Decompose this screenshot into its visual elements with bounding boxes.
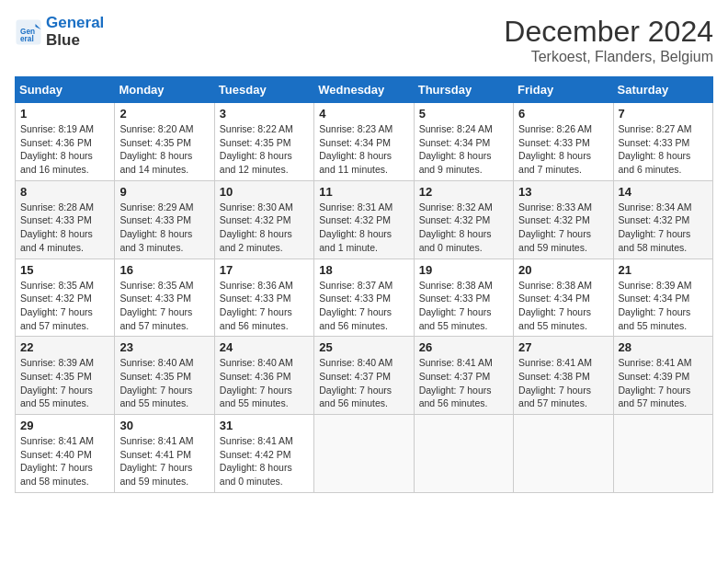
day-info: Sunrise: 8:19 AM Sunset: 4:36 PM Dayligh… <box>20 122 109 177</box>
calendar-week-row: 8 Sunrise: 8:28 AM Sunset: 4:33 PM Dayli… <box>16 180 713 259</box>
page-header: Gen eral General Blue December 2024 Terk… <box>15 15 713 65</box>
calendar-day-header: Saturday <box>613 77 712 103</box>
calendar-cell: 1 Sunrise: 8:19 AM Sunset: 4:36 PM Dayli… <box>16 103 115 181</box>
calendar-day-header: Tuesday <box>214 77 313 103</box>
day-number: 10 <box>220 185 309 199</box>
calendar-week-row: 29 Sunrise: 8:41 AM Sunset: 4:40 PM Dayl… <box>16 415 713 493</box>
day-info: Sunrise: 8:22 AM Sunset: 4:35 PM Dayligh… <box>220 122 309 177</box>
day-info: Sunrise: 8:38 AM Sunset: 4:34 PM Dayligh… <box>518 279 608 333</box>
calendar-cell: 31 Sunrise: 8:41 AM Sunset: 4:42 PM Dayl… <box>214 415 313 493</box>
day-info: Sunrise: 8:32 AM Sunset: 4:32 PM Dayligh… <box>419 201 508 255</box>
svg-text:eral: eral <box>20 34 34 42</box>
day-info: Sunrise: 8:34 AM Sunset: 4:32 PM Dayligh… <box>619 201 708 255</box>
day-number: 27 <box>518 340 608 354</box>
calendar-cell: 2 Sunrise: 8:20 AM Sunset: 4:35 PM Dayli… <box>115 103 214 181</box>
day-info: Sunrise: 8:26 AM Sunset: 4:33 PM Dayligh… <box>518 122 608 177</box>
calendar-cell: 24 Sunrise: 8:40 AM Sunset: 4:36 PM Dayl… <box>214 337 313 415</box>
calendar-cell: 8 Sunrise: 8:28 AM Sunset: 4:33 PM Dayli… <box>16 180 115 259</box>
day-info: Sunrise: 8:39 AM Sunset: 4:35 PM Dayligh… <box>20 356 109 410</box>
calendar-cell: 10 Sunrise: 8:30 AM Sunset: 4:32 PM Dayl… <box>214 180 313 259</box>
day-number: 3 <box>220 107 309 121</box>
day-number: 18 <box>319 263 408 277</box>
day-info: Sunrise: 8:38 AM Sunset: 4:33 PM Dayligh… <box>419 279 508 333</box>
calendar-header-row: SundayMondayTuesdayWednesdayThursdayFrid… <box>16 77 713 103</box>
day-number: 7 <box>619 107 708 121</box>
calendar-cell: 18 Sunrise: 8:37 AM Sunset: 4:33 PM Dayl… <box>314 259 414 337</box>
calendar-cell: 22 Sunrise: 8:39 AM Sunset: 4:35 PM Dayl… <box>16 337 115 415</box>
day-number: 2 <box>119 107 209 121</box>
day-number: 31 <box>220 419 309 432</box>
day-number: 1 <box>20 107 109 121</box>
day-number: 6 <box>518 107 608 121</box>
day-number: 9 <box>119 185 209 199</box>
day-number: 11 <box>319 185 408 199</box>
calendar-cell: 4 Sunrise: 8:23 AM Sunset: 4:34 PM Dayli… <box>314 103 414 181</box>
day-number: 15 <box>20 263 109 277</box>
day-info: Sunrise: 8:28 AM Sunset: 4:33 PM Dayligh… <box>20 201 109 255</box>
day-info: Sunrise: 8:41 AM Sunset: 4:38 PM Dayligh… <box>518 356 608 410</box>
day-info: Sunrise: 8:41 AM Sunset: 4:37 PM Dayligh… <box>419 356 508 410</box>
calendar-cell: 9 Sunrise: 8:29 AM Sunset: 4:33 PM Dayli… <box>115 180 214 259</box>
calendar-cell: 16 Sunrise: 8:35 AM Sunset: 4:33 PM Dayl… <box>115 259 214 337</box>
calendar-cell: 28 Sunrise: 8:41 AM Sunset: 4:39 PM Dayl… <box>613 337 712 415</box>
calendar-cell: 23 Sunrise: 8:40 AM Sunset: 4:35 PM Dayl… <box>115 337 214 415</box>
day-info: Sunrise: 8:40 AM Sunset: 4:37 PM Dayligh… <box>319 356 408 410</box>
day-info: Sunrise: 8:24 AM Sunset: 4:34 PM Dayligh… <box>419 122 508 177</box>
calendar-day-header: Sunday <box>16 77 115 103</box>
day-info: Sunrise: 8:41 AM Sunset: 4:39 PM Dayligh… <box>619 356 708 410</box>
day-info: Sunrise: 8:35 AM Sunset: 4:33 PM Dayligh… <box>119 279 209 333</box>
calendar-cell: 15 Sunrise: 8:35 AM Sunset: 4:32 PM Dayl… <box>16 259 115 337</box>
day-number: 23 <box>119 340 209 354</box>
calendar-day-header: Friday <box>514 77 613 103</box>
logo: Gen eral General Blue <box>15 15 104 49</box>
calendar-cell: 21 Sunrise: 8:39 AM Sunset: 4:34 PM Dayl… <box>613 259 712 337</box>
day-info: Sunrise: 8:35 AM Sunset: 4:32 PM Dayligh… <box>20 279 109 333</box>
calendar-cell: 3 Sunrise: 8:22 AM Sunset: 4:35 PM Dayli… <box>214 103 313 181</box>
day-number: 29 <box>20 419 109 432</box>
calendar-cell: 14 Sunrise: 8:34 AM Sunset: 4:32 PM Dayl… <box>613 180 712 259</box>
calendar-cell: 12 Sunrise: 8:32 AM Sunset: 4:32 PM Dayl… <box>414 180 513 259</box>
calendar-week-row: 1 Sunrise: 8:19 AM Sunset: 4:36 PM Dayli… <box>16 103 713 181</box>
calendar-cell: 29 Sunrise: 8:41 AM Sunset: 4:40 PM Dayl… <box>16 415 115 493</box>
calendar-cell <box>314 415 414 493</box>
calendar-cell: 5 Sunrise: 8:24 AM Sunset: 4:34 PM Dayli… <box>414 103 513 181</box>
location-title: Terkoest, Flanders, Belgium <box>504 49 713 65</box>
day-info: Sunrise: 8:29 AM Sunset: 4:33 PM Dayligh… <box>119 201 209 255</box>
day-number: 19 <box>419 263 508 277</box>
day-info: Sunrise: 8:40 AM Sunset: 4:36 PM Dayligh… <box>220 356 309 410</box>
logo-icon: Gen eral <box>15 18 42 46</box>
day-number: 30 <box>119 419 209 432</box>
title-block: December 2024 Terkoest, Flanders, Belgiu… <box>504 15 713 65</box>
day-info: Sunrise: 8:31 AM Sunset: 4:32 PM Dayligh… <box>319 201 408 255</box>
day-info: Sunrise: 8:41 AM Sunset: 4:42 PM Dayligh… <box>220 434 309 488</box>
calendar-cell: 13 Sunrise: 8:33 AM Sunset: 4:32 PM Dayl… <box>514 180 613 259</box>
calendar-cell: 20 Sunrise: 8:38 AM Sunset: 4:34 PM Dayl… <box>514 259 613 337</box>
day-number: 14 <box>619 185 708 199</box>
calendar-cell: 11 Sunrise: 8:31 AM Sunset: 4:32 PM Dayl… <box>314 180 414 259</box>
logo-line2: Blue <box>46 32 104 50</box>
day-number: 25 <box>319 340 408 354</box>
calendar-cell: 26 Sunrise: 8:41 AM Sunset: 4:37 PM Dayl… <box>414 337 513 415</box>
day-number: 22 <box>20 340 109 354</box>
day-number: 5 <box>419 107 508 121</box>
day-info: Sunrise: 8:39 AM Sunset: 4:34 PM Dayligh… <box>619 279 708 333</box>
day-info: Sunrise: 8:20 AM Sunset: 4:35 PM Dayligh… <box>119 122 209 177</box>
day-number: 21 <box>619 263 708 277</box>
calendar-week-row: 15 Sunrise: 8:35 AM Sunset: 4:32 PM Dayl… <box>16 259 713 337</box>
day-number: 12 <box>419 185 508 199</box>
calendar-day-header: Monday <box>115 77 214 103</box>
calendar-cell: 6 Sunrise: 8:26 AM Sunset: 4:33 PM Dayli… <box>514 103 613 181</box>
logo-line1: General <box>46 15 104 32</box>
day-info: Sunrise: 8:23 AM Sunset: 4:34 PM Dayligh… <box>319 122 408 177</box>
calendar-cell <box>613 415 712 493</box>
calendar-week-row: 22 Sunrise: 8:39 AM Sunset: 4:35 PM Dayl… <box>16 337 713 415</box>
day-number: 20 <box>518 263 608 277</box>
day-number: 17 <box>220 263 309 277</box>
calendar-table: SundayMondayTuesdayWednesdayThursdayFrid… <box>15 76 713 493</box>
day-info: Sunrise: 8:33 AM Sunset: 4:32 PM Dayligh… <box>518 201 608 255</box>
calendar-body: 1 Sunrise: 8:19 AM Sunset: 4:36 PM Dayli… <box>16 103 713 493</box>
day-number: 4 <box>319 107 408 121</box>
calendar-cell: 7 Sunrise: 8:27 AM Sunset: 4:33 PM Dayli… <box>613 103 712 181</box>
day-info: Sunrise: 8:36 AM Sunset: 4:33 PM Dayligh… <box>220 279 309 333</box>
day-info: Sunrise: 8:27 AM Sunset: 4:33 PM Dayligh… <box>619 122 708 177</box>
